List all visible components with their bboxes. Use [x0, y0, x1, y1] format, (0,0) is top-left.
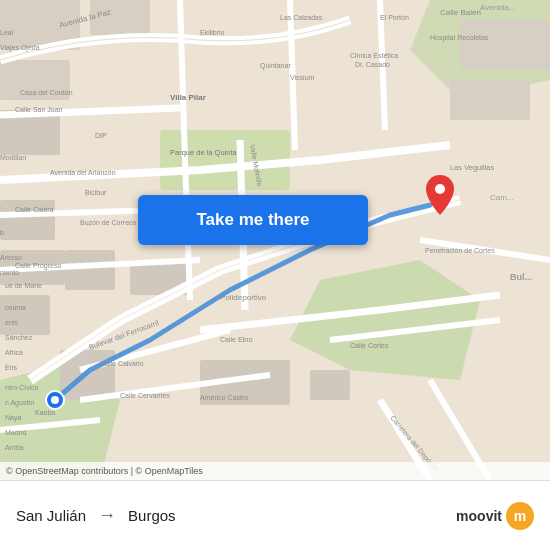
svg-text:ue de Marie: ue de Marie: [5, 282, 42, 289]
svg-text:Las Calzadas: Las Calzadas: [280, 14, 323, 21]
svg-text:Las Veguillas: Las Veguillas: [450, 163, 494, 172]
map-attribution: © OpenStreetMap contributors | © OpenMap…: [0, 462, 550, 480]
svg-text:Américo Castro: Américo Castro: [200, 394, 248, 401]
svg-text:Kaoba: Kaoba: [35, 409, 55, 416]
arrow-icon: →: [98, 505, 116, 526]
svg-text:niento: niento: [0, 269, 19, 276]
svg-text:Avenida del Arlanzón: Avenida del Arlanzón: [50, 169, 116, 176]
svg-text:Calle Calvario: Calle Calvario: [100, 360, 144, 367]
svg-text:El Portón: El Portón: [380, 14, 409, 21]
svg-text:Eris: Eris: [5, 364, 18, 371]
svg-rect-17: [310, 370, 350, 400]
moovit-logo: moovit m: [456, 502, 534, 530]
svg-text:Penetración de Cortes: Penetración de Cortes: [425, 247, 495, 254]
svg-text:Hospital Recoletas: Hospital Recoletas: [430, 34, 489, 42]
location-from: San Julián: [16, 507, 86, 524]
svg-text:Avenida...: Avenida...: [480, 3, 515, 12]
svg-point-75: [435, 184, 445, 194]
location-to: Burgos: [128, 507, 176, 524]
svg-text:osuma: osuma: [5, 304, 26, 311]
svg-text:Cam...: Cam...: [490, 193, 514, 202]
svg-text:Modillan: Modillan: [0, 154, 26, 161]
svg-text:Dr. Casado: Dr. Casado: [355, 61, 390, 68]
svg-text:Villa Pilar: Villa Pilar: [170, 93, 206, 102]
svg-text:Calle Progreso: Calle Progreso: [15, 262, 61, 270]
svg-rect-4: [160, 130, 290, 190]
svg-text:Ekilibrio: Ekilibrio: [200, 29, 225, 36]
svg-rect-14: [65, 250, 115, 290]
svg-text:Sánchez: Sánchez: [5, 334, 33, 341]
svg-text:n Agustín: n Agustín: [5, 399, 34, 407]
svg-text:Bul...: Bul...: [510, 272, 532, 282]
svg-text:Casa del Cordón: Casa del Cordón: [20, 89, 73, 96]
svg-text:Polideportivo: Polideportivo: [220, 293, 267, 302]
svg-text:ntro Cívico: ntro Cívico: [5, 384, 39, 391]
svg-rect-10: [450, 80, 530, 120]
svg-text:Viajes Ojeda: Viajes Ojeda: [0, 44, 40, 52]
svg-text:Buzón de Correos: Buzón de Correos: [80, 219, 137, 226]
svg-text:Madrid: Madrid: [5, 429, 27, 436]
svg-text:Parque de la Quinta: Parque de la Quinta: [170, 148, 238, 157]
svg-text:Naya: Naya: [5, 414, 21, 422]
svg-text:Calle Cervantes: Calle Cervantes: [120, 392, 170, 399]
bottom-bar: San Julián → Burgos moovit m: [0, 480, 550, 550]
svg-text:enis: enis: [5, 319, 18, 326]
svg-text:Quintanar: Quintanar: [260, 62, 291, 70]
svg-text:b: b: [0, 229, 4, 236]
svg-text:Calle Cortes: Calle Cortes: [350, 342, 389, 349]
svg-text:Vissium: Vissium: [290, 74, 315, 81]
svg-text:Africa: Africa: [5, 349, 23, 356]
moovit-text: moovit: [456, 508, 502, 524]
svg-text:Calle San Juan: Calle San Juan: [15, 106, 63, 113]
svg-text:Biclbur: Biclbur: [85, 189, 107, 196]
svg-text:Aresso: Aresso: [0, 254, 22, 261]
svg-text:Clínica Estética: Clínica Estética: [350, 52, 398, 59]
route-info: San Julián → Burgos moovit m: [16, 502, 534, 530]
moovit-m-letter: m: [514, 508, 526, 524]
svg-point-73: [51, 396, 59, 404]
svg-text:Leal: Leal: [0, 29, 14, 36]
svg-rect-13: [0, 295, 50, 335]
svg-text:Calle Balén: Calle Balén: [440, 8, 481, 17]
moovit-dot: m: [506, 502, 534, 530]
svg-rect-9: [460, 20, 550, 70]
svg-text:Calle Calera: Calle Calera: [15, 206, 54, 213]
svg-text:Calle Ebro: Calle Ebro: [220, 336, 253, 343]
attribution-text: © OpenStreetMap contributors | © OpenMap…: [6, 466, 203, 476]
svg-text:DIP: DIP: [95, 132, 107, 139]
map-container: Avenida la Paz Avenida del Arlanzón Call…: [0, 0, 550, 480]
take-me-there-button[interactable]: Take me there: [138, 195, 368, 245]
svg-text:Arriba: Arriba: [5, 444, 24, 451]
